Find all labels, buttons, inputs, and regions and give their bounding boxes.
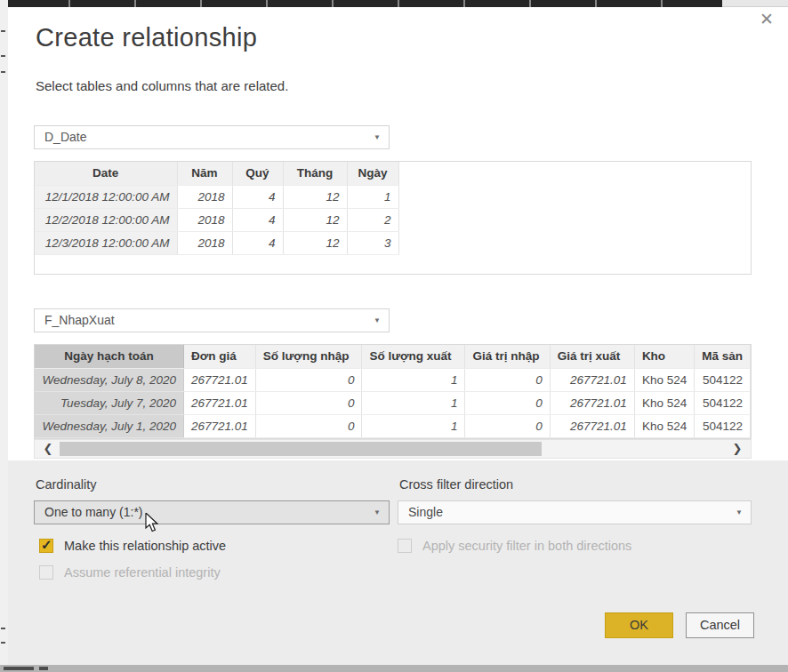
- column-header[interactable]: Số lượng xuất: [362, 345, 465, 368]
- cell: 0: [255, 368, 362, 391]
- cell: 1: [347, 185, 398, 208]
- table-row: Wednesday, July 8, 2020267721.0101026772…: [35, 368, 751, 391]
- cell: 267721.01: [550, 391, 634, 414]
- cell: Wednesday, July 1, 2020: [35, 414, 183, 437]
- scroll-right-icon[interactable]: ❯: [726, 440, 749, 458]
- chevron-down-icon: ▼: [736, 501, 743, 524]
- cell: 267721.01: [550, 368, 634, 391]
- cardinality-label: Cardinality: [36, 477, 97, 492]
- assume-referential-integrity-label: Assume referential integrity: [64, 565, 221, 580]
- table-row: Tuesday, July 7, 2020267721.01010267721.…: [35, 391, 751, 414]
- scroll-left-icon[interactable]: ❮: [36, 440, 60, 458]
- check-icon: ✓: [41, 537, 52, 553]
- cell: 267721.01: [183, 391, 255, 414]
- table1-select[interactable]: D_Date ▼: [34, 125, 390, 149]
- table1-select-value: D_Date: [44, 130, 86, 144]
- create-relationship-dialog: ✕ Create relationship Select tables and …: [8, 7, 788, 665]
- table2-preview[interactable]: Ngày hạch toánĐơn giáSố lượng nhậpSố lượ…: [35, 345, 751, 438]
- cell: 504122: [695, 391, 751, 414]
- table-row: 12/1/2018 12:00:00 AM20184121: [35, 185, 398, 208]
- column-header[interactable]: Năm: [177, 162, 232, 185]
- cardinality-select-value: One to many (1:*): [44, 505, 143, 519]
- column-header[interactable]: Quý: [232, 162, 283, 185]
- cell: 4: [232, 185, 283, 208]
- cell: 4: [232, 231, 283, 254]
- cross-filter-select[interactable]: Single ▼: [398, 500, 752, 524]
- assume-referential-integrity-row: Assume referential integrity: [39, 564, 221, 580]
- cell: 267721.01: [550, 414, 634, 437]
- column-header[interactable]: Đơn giá: [183, 345, 255, 368]
- column-header[interactable]: Giá trị xuất: [550, 345, 634, 368]
- apply-security-filter-row: Apply security filter in both directions: [398, 538, 631, 554]
- cell: 0: [255, 414, 362, 437]
- dialog-title: Create relationship: [36, 23, 257, 52]
- cell: 1: [362, 391, 465, 414]
- cell: 0: [255, 391, 362, 414]
- checkbox-checked[interactable]: ✓: [39, 539, 53, 553]
- cancel-button[interactable]: Cancel: [686, 612, 754, 638]
- cell: 267721.01: [183, 414, 255, 437]
- column-header[interactable]: Date: [35, 162, 177, 185]
- cell: 1: [362, 368, 465, 391]
- cross-filter-select-value: Single: [408, 505, 443, 519]
- cell: 2018: [177, 185, 232, 208]
- ok-button[interactable]: OK: [605, 612, 673, 638]
- cell: Kho 524: [634, 414, 694, 437]
- table2-preview-container: Ngày hạch toánĐơn giáSố lượng nhậpSố lượ…: [34, 344, 752, 439]
- screen: ✕ Create relationship Select tables and …: [0, 0, 788, 672]
- table-row: 12/2/2018 12:00:00 AM20184122: [35, 208, 398, 231]
- table2-select[interactable]: F_NhapXuat ▼: [34, 308, 390, 332]
- column-header[interactable]: Mã sản: [695, 345, 751, 368]
- cell: 4: [232, 208, 283, 231]
- make-relationship-active-label: Make this relationship active: [64, 539, 226, 553]
- column-header[interactable]: Số lượng nhập: [255, 345, 362, 368]
- cell: 1: [362, 414, 465, 437]
- cell: 12: [283, 231, 347, 254]
- cell: 0: [465, 368, 550, 391]
- cell: 3: [347, 231, 398, 254]
- chevron-down-icon: ▼: [374, 309, 381, 332]
- cell: Wednesday, July 8, 2020: [35, 368, 183, 391]
- column-header[interactable]: Ngày hạch toán: [35, 345, 183, 368]
- cell: 267721.01: [183, 368, 255, 391]
- table-row: 12/3/2018 12:00:00 AM20184123: [35, 231, 398, 254]
- table2-select-value: F_NhapXuat: [44, 313, 115, 327]
- checkbox-disabled: [398, 539, 412, 553]
- cell: Kho 524: [634, 368, 694, 391]
- column-header[interactable]: Tháng: [283, 162, 347, 185]
- table1-preview-container: DateNămQuýThángNgày12/1/2018 12:00:00 AM…: [34, 161, 752, 275]
- cell: 12/1/2018 12:00:00 AM: [35, 185, 177, 208]
- horizontal-scrollbar[interactable]: ❮ ❯: [34, 439, 752, 459]
- cell: 0: [465, 414, 550, 437]
- cell: 2: [347, 208, 398, 231]
- cross-filter-label: Cross filter direction: [399, 477, 513, 492]
- cell: 12/3/2018 12:00:00 AM: [35, 231, 177, 254]
- cardinality-select[interactable]: One to many (1:*) ▼: [34, 500, 390, 524]
- cell: 504122: [695, 414, 751, 437]
- scrollbar-thumb[interactable]: [60, 442, 542, 456]
- dialog-subtitle: Select tables and columns that are relat…: [36, 78, 288, 93]
- cell: 2018: [177, 231, 232, 254]
- cell: 12: [283, 185, 347, 208]
- make-relationship-active-row[interactable]: ✓ Make this relationship active: [39, 538, 226, 554]
- cell: 0: [465, 391, 550, 414]
- background-app-bottom-strip: [0, 665, 788, 672]
- table1-preview[interactable]: DateNămQuýThángNgày12/1/2018 12:00:00 AM…: [35, 162, 399, 255]
- cell: 2018: [177, 208, 232, 231]
- chevron-down-icon: ▼: [374, 126, 381, 148]
- cell: 12/2/2018 12:00:00 AM: [35, 208, 177, 231]
- checkbox-disabled: [39, 565, 53, 580]
- table-row: Wednesday, July 1, 2020267721.0101026772…: [35, 414, 751, 437]
- column-header[interactable]: Kho: [634, 345, 694, 368]
- cell: 504122: [695, 368, 751, 391]
- background-app-topbar: [4, 0, 722, 7]
- header-row: Ngày hạch toánĐơn giáSố lượng nhậpSố lượ…: [35, 345, 751, 368]
- chevron-down-icon: ▼: [374, 501, 381, 524]
- background-app-left-edge: [0, 0, 8, 672]
- close-icon[interactable]: ✕: [756, 9, 777, 30]
- background-app-topbar-right: [722, 0, 788, 7]
- cell: Tuesday, July 7, 2020: [35, 391, 183, 414]
- column-header[interactable]: Giá trị nhập: [465, 345, 550, 368]
- header-row: DateNămQuýThángNgày: [35, 162, 398, 185]
- column-header[interactable]: Ngày: [347, 162, 398, 185]
